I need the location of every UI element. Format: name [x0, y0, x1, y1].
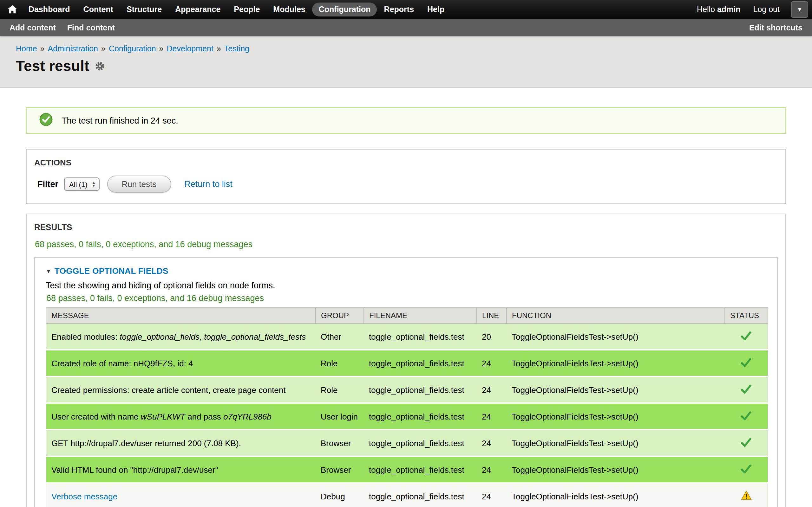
header-function: FUNCTION [507, 308, 725, 324]
message-emphasis: o7qYRL986b [223, 412, 271, 421]
status-message-text: The test run finished in 24 sec. [61, 116, 178, 125]
admin-toolbar: Dashboard Content Structure Appearance P… [0, 0, 812, 19]
menu-item-content[interactable]: Content [77, 3, 119, 16]
test-group-legend-row: ▼ TOGGLE OPTIONAL FIELDS [46, 266, 766, 276]
result-message-cell: User created with name wSuPLKWT and pass… [46, 403, 316, 430]
menu-item-appearance[interactable]: Appearance [169, 3, 227, 16]
result-message-cell: Enabled modules: toggle_optional_fields,… [46, 324, 316, 350]
chevron-down-icon: ▼ [797, 6, 803, 13]
header-group: GROUP [316, 308, 364, 324]
result-row: Enabled modules: toggle_optional_fields,… [46, 324, 768, 350]
filter-label: Filter [38, 179, 58, 189]
menu-item-reports[interactable]: Reports [378, 3, 420, 16]
pass-check-icon [725, 430, 768, 456]
breadcrumb-administration[interactable]: Administration [48, 44, 98, 53]
menu-item-dashboard[interactable]: Dashboard [22, 3, 77, 16]
result-function-cell: ToggleOptionalFieldsTest->setUp() [507, 403, 725, 430]
message-text: Created permissions: create article cont… [51, 385, 286, 395]
screen: Dashboard Content Structure Appearance P… [0, 0, 812, 507]
actions-fieldset: ACTIONS Filter All (1) ▲▼ Run tests Retu… [26, 149, 786, 204]
filter-row: Filter All (1) ▲▼ Run tests Return to li… [34, 176, 778, 193]
message-emphasis: wSuPLKWT [141, 412, 185, 421]
result-row: Verbose messageDebugtoggle_optional_fiel… [46, 483, 768, 507]
result-function-cell: ToggleOptionalFieldsTest->setUp() [507, 456, 725, 483]
toolbar-toggle-button[interactable]: ▼ [791, 1, 808, 18]
page-title: Test result [16, 58, 89, 75]
results-summary: 68 passes, 0 fails, 0 exceptions, and 16… [34, 239, 778, 249]
result-row: User created with name wSuPLKWT and pass… [46, 403, 768, 430]
result-filename-cell: toggle_optional_fields.test [364, 403, 477, 430]
test-group-fieldset: ▼ TOGGLE OPTIONAL FIELDS Test the showin… [34, 257, 778, 507]
breadcrumb-separator: » [217, 44, 221, 53]
result-filename-cell: toggle_optional_fields.test [364, 430, 477, 456]
message-text: Created role of name: nHQ9fFZS, id: 4 [51, 358, 193, 368]
result-filename-cell: toggle_optional_fields.test [364, 324, 477, 350]
actions-legend: ACTIONS [34, 158, 778, 167]
breadcrumb-separator: » [101, 44, 106, 53]
result-row: Valid HTML found on "http://drupal7.dev/… [46, 456, 768, 483]
result-group-cell: Debug [316, 483, 364, 507]
shortcut-bar: Add content Find content Edit shortcuts [0, 19, 812, 36]
results-table-body: Enabled modules: toggle_optional_fields,… [46, 324, 768, 507]
run-tests-button[interactable]: Run tests [107, 176, 171, 193]
return-to-list-link[interactable]: Return to list [184, 179, 233, 189]
username: admin [717, 5, 741, 14]
pass-check-icon [725, 377, 768, 403]
message-text: and pass [185, 412, 223, 421]
menu-item-modules[interactable]: Modules [267, 3, 311, 16]
header-status: STATUS [725, 308, 768, 324]
shortcut-add-content[interactable]: Add content [9, 23, 56, 32]
result-filename-cell: toggle_optional_fields.test [364, 350, 477, 377]
menu-item-help[interactable]: Help [421, 3, 451, 16]
breadcrumb-configuration[interactable]: Configuration [109, 44, 156, 53]
result-filename-cell: toggle_optional_fields.test [364, 483, 477, 507]
result-row: GET http://drupal7.dev/user returned 200… [46, 430, 768, 456]
gear-icon[interactable] [95, 61, 104, 71]
greeting-prefix: Hello [697, 5, 715, 14]
warning-icon [725, 483, 768, 507]
header-line: LINE [477, 308, 507, 324]
result-line-cell: 24 [477, 456, 507, 483]
test-group-description: Test the showing and hiding of optional … [46, 281, 766, 290]
result-function-cell: ToggleOptionalFieldsTest->setUp() [507, 483, 725, 507]
main-content: The test run finished in 24 sec. ACTIONS… [0, 88, 812, 507]
logout-link[interactable]: Log out [753, 5, 780, 14]
result-group-cell: Browser [316, 456, 364, 483]
breadcrumb-development[interactable]: Development [167, 44, 213, 53]
result-group-cell: Role [316, 377, 364, 403]
user-greeting: Hello admin [697, 5, 741, 14]
result-message-cell: Created permissions: create article cont… [46, 377, 316, 403]
result-function-cell: ToggleOptionalFieldsTest->setUp() [507, 377, 725, 403]
message-text: User created with name [51, 412, 141, 421]
menu-item-configuration[interactable]: Configuration [312, 3, 377, 16]
results-fieldset: RESULTS 68 passes, 0 fails, 0 exceptions… [26, 214, 786, 507]
result-filename-cell: toggle_optional_fields.test [364, 377, 477, 403]
menu-item-structure[interactable]: Structure [120, 3, 168, 16]
message-text: Valid HTML found on "http://drupal7.dev/… [51, 465, 218, 474]
header-message: MESSAGE [46, 308, 316, 324]
test-group-legend-link[interactable]: TOGGLE OPTIONAL FIELDS [55, 266, 168, 276]
results-legend: RESULTS [34, 222, 778, 232]
breadcrumb-separator: » [159, 44, 164, 53]
shortcut-find-content[interactable]: Find content [67, 23, 115, 32]
message-text: GET http://drupal7.dev/user returned 200… [51, 438, 241, 448]
result-line-cell: 24 [477, 350, 507, 377]
result-message-cell: GET http://drupal7.dev/user returned 200… [46, 430, 316, 456]
breadcrumb-home[interactable]: Home [16, 44, 37, 53]
pass-check-icon [725, 324, 768, 350]
collapse-arrow-icon: ▼ [46, 268, 51, 274]
verbose-message-link[interactable]: Verbose message [51, 492, 117, 501]
header-filename: FILENAME [364, 308, 477, 324]
edit-shortcuts-link[interactable]: Edit shortcuts [749, 23, 803, 32]
results-table-header: MESSAGE GROUP FILENAME LINE FUNCTION STA… [46, 308, 768, 324]
home-icon[interactable] [6, 5, 22, 14]
result-message-cell: Verbose message [46, 483, 316, 507]
breadcrumb: Home»Administration»Configuration»Develo… [16, 44, 796, 53]
menu-item-people[interactable]: People [227, 3, 266, 16]
result-group-cell: Browser [316, 430, 364, 456]
filter-select-value: All (1) [69, 180, 87, 188]
filter-select[interactable]: All (1) ▲▼ [64, 177, 99, 191]
result-filename-cell: toggle_optional_fields.test [364, 456, 477, 483]
breadcrumb-testing[interactable]: Testing [224, 44, 249, 53]
result-function-cell: ToggleOptionalFieldsTest->setUp() [507, 350, 725, 377]
